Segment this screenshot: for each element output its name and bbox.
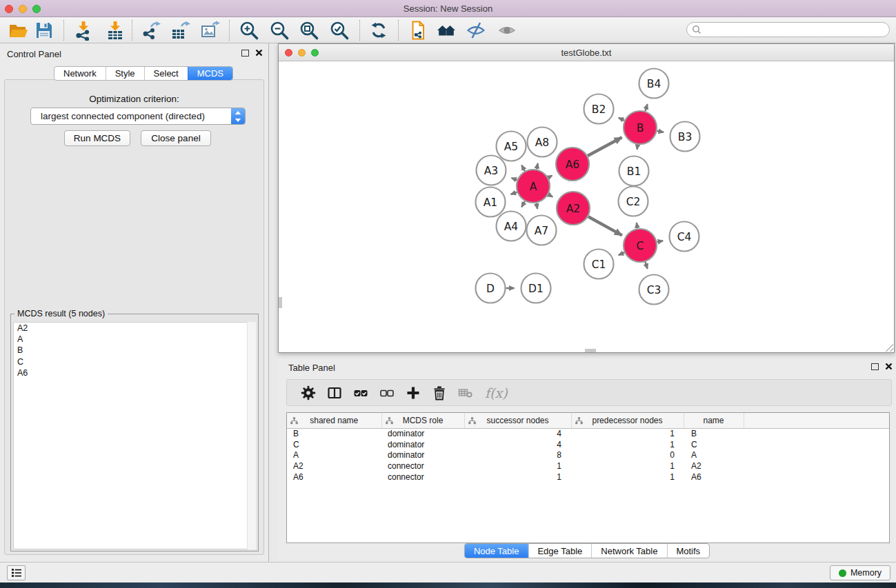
import-table-icon[interactable] [103,19,127,42]
tab-network-table[interactable]: Network Table [591,544,666,558]
zoom-fit-icon[interactable] [297,19,321,42]
horizontal-scrollbar-thumb[interactable] [585,349,596,352]
graph-edge-A2-C[interactable] [588,216,622,235]
clone-network-icon[interactable] [406,19,429,42]
graph-edge-A-A5[interactable] [521,165,525,172]
export-image-icon[interactable] [199,19,222,42]
graph-edge-C-C4[interactable] [657,241,664,242]
table-cell[interactable]: A2 [287,460,381,472]
table-cell[interactable]: C [287,439,381,450]
graph-edge-A-A7[interactable] [537,203,538,209]
table-settings-icon[interactable] [299,383,317,402]
table-cell[interactable]: 1 [571,439,684,450]
tab-style[interactable]: Style [106,67,144,80]
table-cell[interactable]: 4 [464,439,571,450]
tab-network[interactable]: Network [54,67,106,80]
graph-edge-B-B3[interactable] [657,131,664,132]
table-cell[interactable]: A2 [684,460,744,472]
network-view-window[interactable]: testGlobe.txt B4B2BB3A5A8A6B1A3AC2A1A2A4… [278,43,895,353]
maximize-window-button[interactable] [32,5,41,13]
network-canvas[interactable]: B4B2BB3A5A8A6B1A3AC2A1A2A4A7C4CC1DD1C3 [279,61,894,352]
table-cell[interactable]: connector [381,460,464,472]
graph-edge-B-B1[interactable] [637,145,638,150]
table-cell[interactable]: dominator [381,449,464,460]
mcds-result-item[interactable]: A6 [14,367,255,378]
graph-edge-A-A3[interactable] [512,178,517,180]
criterion-dropdown[interactable]: largest connected component (directed) [30,108,246,125]
search-input[interactable] [701,23,889,36]
table-cell[interactable]: 1 [571,428,684,439]
search-field[interactable] [686,22,890,37]
minimize-network-window-button[interactable] [298,49,306,57]
zoom-in-icon[interactable] [237,19,261,42]
table-cell[interactable]: A6 [684,472,744,483]
graph-edge-C-C2[interactable] [637,223,637,228]
memory-button[interactable]: Memory [830,565,890,580]
table-cell[interactable]: 1 [464,472,571,483]
select-all-icon[interactable] [351,383,370,402]
close-window-button[interactable] [5,5,13,13]
table-row[interactable]: A6connector11A6 [287,472,889,483]
export-table-icon[interactable] [169,19,192,42]
maximize-network-window-button[interactable] [311,49,319,57]
graph-edge-A-A8[interactable] [537,163,538,170]
show-graphics-details-icon[interactable] [495,19,519,42]
graph-edge-C-C1[interactable] [619,252,625,255]
mcds-result-item[interactable]: B [14,345,255,356]
mcds-result-item[interactable]: C [14,356,255,367]
float-table-panel-icon[interactable] [871,363,879,370]
table-cell[interactable]: 4 [464,428,571,439]
network-window-titlebar[interactable]: testGlobe.txt [279,44,894,61]
vertical-scrollbar-thumb[interactable] [279,297,282,308]
close-network-window-button[interactable] [285,49,292,57]
tab-edge-table[interactable]: Edge Table [528,544,591,558]
zoom-out-icon[interactable] [268,19,291,42]
table-cell[interactable]: 1 [571,460,684,472]
graph-edge-C-C3[interactable] [646,262,648,269]
float-panel-icon[interactable] [241,50,249,57]
graph-edge-A-A1[interactable] [511,192,517,194]
column-header-predecessor-nodes[interactable]: predecessor nodes [571,413,684,428]
open-session-icon[interactable] [6,19,30,42]
column-header-name[interactable]: name [684,413,744,428]
graph-edge-A-A6[interactable] [548,176,552,178]
window-titlebar[interactable]: Session: New Session [0,0,896,17]
table-row[interactable]: Cdominator41C [287,439,889,450]
column-header-successor-nodes[interactable]: successor nodes [464,413,571,428]
tab-mcds[interactable]: MCDS [188,67,232,80]
tab-select[interactable]: Select [144,67,188,80]
export-network-icon[interactable] [139,19,163,42]
mcds-result-item[interactable]: A [14,334,255,345]
table-cell[interactable]: A [287,449,381,460]
table-row[interactable]: Adominator80A [287,449,889,460]
table-row[interactable]: A2connector11A2 [287,460,889,472]
table-cell[interactable]: A6 [287,472,381,483]
delete-column-icon[interactable] [430,383,448,402]
graph-edge-B-B2[interactable] [619,118,625,121]
graph-edge-A-A4[interactable] [521,201,525,207]
save-session-icon[interactable] [32,19,56,42]
table-cell[interactable]: 1 [571,472,684,483]
graph-edge-A-A2[interactable] [548,194,552,197]
zoom-selected-icon[interactable] [328,19,351,42]
add-column-icon[interactable] [404,383,422,402]
table-cell[interactable]: 1 [464,460,571,472]
hide-graphics-details-icon[interactable] [464,19,488,42]
column-header-shared-name[interactable]: shared name [287,413,381,428]
run-mcds-button[interactable]: Run MCDS [64,130,130,146]
column-header-mcds-role[interactable]: MCDS role [381,413,464,428]
mcds-result-list[interactable]: A2ABCA6 [13,322,256,549]
table-cell[interactable]: connector [381,472,464,483]
table-cell[interactable]: B [684,428,744,439]
table-cell[interactable]: dominator [381,428,464,439]
import-network-icon[interactable] [72,19,95,42]
table-row[interactable]: Bdominator41B [287,428,889,439]
deselect-all-icon[interactable] [377,383,396,402]
home-icon[interactable] [435,19,458,42]
task-history-button[interactable] [7,565,26,580]
table-cell[interactable]: 8 [464,449,571,460]
split-panel-icon[interactable] [325,383,344,402]
table-cell[interactable]: B [287,428,381,439]
refresh-network-icon[interactable] [367,19,390,42]
mcds-result-item[interactable]: A2 [14,323,255,334]
